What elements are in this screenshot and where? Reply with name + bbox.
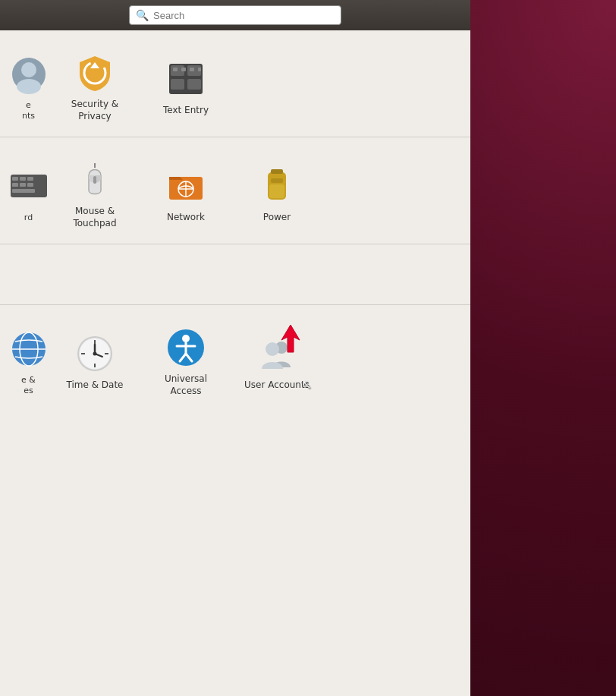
svg-rect-21 — [12, 189, 35, 193]
svg-rect-10 — [173, 68, 178, 71]
search-input[interactable] — [153, 10, 335, 21]
search-icon: 🔍 — [136, 9, 149, 21]
section-personal: ents Security &Privacy — [0, 30, 470, 137]
svg-rect-30 — [271, 178, 283, 183]
sidebar-item-security-privacy[interactable]: Security &Privacy — [49, 46, 140, 129]
red-arrow-indicator — [278, 323, 303, 354]
svg-rect-28 — [271, 169, 283, 174]
time-date-label: Time & Date — [66, 379, 123, 392]
sidebar-item-time-date[interactable]: Time & Date — [49, 320, 140, 404]
list-item[interactable]: ents — [8, 46, 49, 129]
partial-label-3: e &es — [21, 375, 36, 397]
svg-rect-20 — [27, 183, 33, 187]
svg-rect-17 — [27, 177, 33, 181]
svg-rect-12 — [190, 68, 194, 71]
network-icon — [165, 165, 207, 207]
svg-point-42 — [93, 352, 97, 356]
universal-access-icon — [165, 326, 207, 369]
svg-rect-9 — [187, 79, 201, 90]
items-grid-hardware: rd — [8, 153, 463, 236]
svg-rect-15 — [12, 177, 18, 181]
sidebar-item-mouse-touchpad[interactable]: Mouse &Touchpad — [49, 153, 140, 236]
security-privacy-icon — [74, 52, 116, 94]
svg-point-51 — [266, 342, 279, 356]
network-label: Network — [167, 212, 205, 224]
time-date-icon — [74, 332, 116, 375]
power-icon — [256, 165, 298, 207]
universal-access-label: UniversalAccess — [165, 373, 207, 397]
sidebar-item-power[interactable]: Power — [231, 153, 322, 236]
list-item[interactable]: e &es — [8, 320, 49, 404]
svg-rect-8 — [171, 79, 184, 90]
svg-point-2 — [17, 79, 41, 94]
system-settings-window: 🔍 ents — [0, 0, 470, 696]
svg-point-1 — [21, 62, 36, 77]
mouse-touchpad-icon — [74, 159, 116, 201]
power-label: Power — [263, 212, 291, 224]
svg-rect-29 — [269, 184, 284, 198]
svg-rect-19 — [20, 183, 26, 187]
partial-keyboard-icon — [8, 165, 49, 208]
content-area: ents Security &Privacy — [0, 30, 470, 696]
titlebar: 🔍 — [0, 0, 470, 30]
sidebar-item-universal-access[interactable]: UniversalAccess — [140, 320, 231, 404]
text-entry-label: Text Entry — [163, 105, 209, 117]
svg-rect-11 — [181, 68, 186, 71]
svg-rect-18 — [12, 183, 18, 187]
spacer — [0, 244, 470, 305]
items-grid-system: e &es — [8, 320, 463, 404]
partial-globe-icon — [8, 328, 49, 370]
section-hardware: rd — [0, 137, 470, 244]
partial-label-1: ents — [22, 100, 35, 122]
partial-label-2: rd — [24, 213, 33, 223]
sidebar-item-network[interactable]: Network — [140, 153, 231, 236]
sidebar-item-text-entry[interactable]: Text Entry — [140, 46, 231, 129]
items-grid-personal: ents Security &Privacy — [8, 46, 463, 129]
partial-icon-1 — [8, 53, 49, 96]
mouse-touchpad-label: Mouse &Touchpad — [73, 206, 116, 229]
user-accounts-label: User Accounts — [244, 379, 310, 392]
list-item[interactable]: rd — [8, 153, 49, 236]
sidebar-item-user-accounts[interactable]: ↖ User Accounts — [231, 320, 322, 404]
svg-rect-16 — [20, 177, 26, 181]
security-privacy-label: Security &Privacy — [71, 99, 118, 122]
section-system: e &es — [0, 305, 470, 411]
svg-marker-49 — [281, 325, 300, 352]
svg-rect-22 — [93, 176, 96, 184]
search-bar[interactable]: 🔍 — [129, 5, 341, 25]
cursor-pointer: ↖ — [302, 377, 312, 392]
svg-rect-13 — [198, 68, 201, 71]
text-entry-icon — [165, 58, 207, 100]
